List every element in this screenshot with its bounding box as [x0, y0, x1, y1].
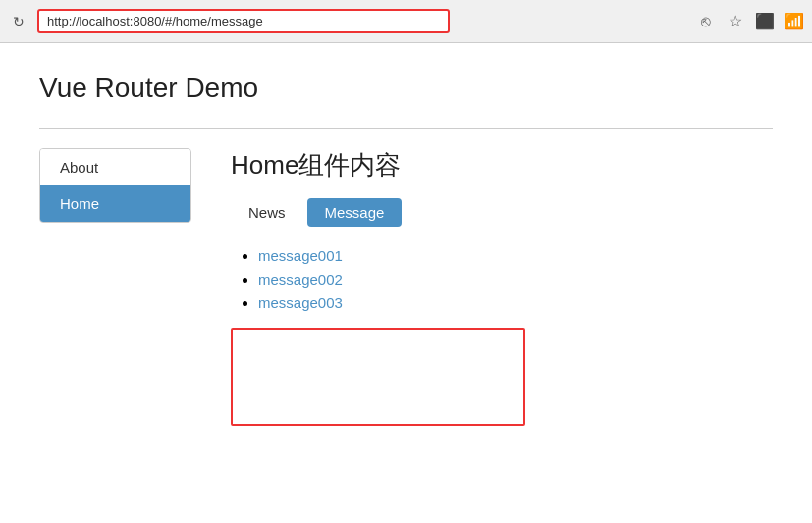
sidebar-item-about[interactable]: About: [40, 149, 190, 185]
plugin2-icon[interactable]: 📶: [785, 12, 804, 31]
browser-toolbar-icons: ⎋ ☆ ⬛ 📶: [696, 12, 804, 31]
tab-message[interactable]: Message: [307, 198, 403, 227]
message-list: message001 message002 message003: [231, 247, 773, 312]
message-link-3[interactable]: message003: [258, 294, 343, 311]
home-title: Home组件内容: [231, 148, 773, 183]
address-bar[interactable]: [37, 9, 450, 33]
divider: [39, 128, 773, 129]
detail-box: [231, 328, 525, 426]
message-link-2[interactable]: message002: [258, 271, 343, 288]
page-content: Vue Router Demo About Home Home组件内容 News…: [0, 43, 812, 455]
share-icon[interactable]: ⎋: [696, 12, 716, 31]
list-item: message003: [258, 294, 773, 312]
tab-news[interactable]: News: [231, 198, 303, 227]
sidebar-item-home[interactable]: Home: [40, 185, 190, 222]
list-item: message001: [258, 247, 773, 265]
address-bar-container: [37, 9, 680, 33]
home-content: Home组件内容 News Message message001 message…: [231, 148, 773, 426]
sidebar-nav: About Home: [39, 148, 191, 223]
browser-chrome: ↻ ⎋ ☆ ⬛ 📶: [0, 0, 812, 43]
sub-tabs: News Message: [231, 198, 773, 235]
plugin1-icon[interactable]: ⬛: [755, 12, 775, 31]
app-title: Vue Router Demo: [39, 73, 773, 104]
list-item: message002: [258, 271, 773, 288]
reload-button[interactable]: ↻: [8, 11, 29, 32]
star-icon[interactable]: ☆: [726, 12, 745, 31]
message-link-1[interactable]: message001: [258, 247, 343, 264]
main-layout: About Home Home组件内容 News Message message…: [39, 148, 773, 426]
